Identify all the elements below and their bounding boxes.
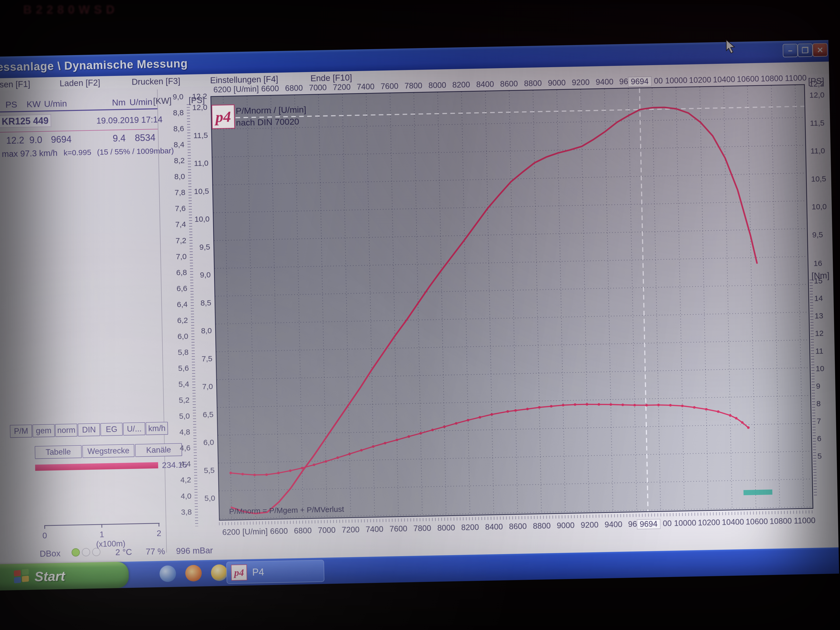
menu-item-laden-f2-[interactable]: Laden [F2] <box>60 78 100 88</box>
tab-norm[interactable]: norm <box>55 423 77 437</box>
torque-curve-marker <box>622 404 624 406</box>
maximize-button[interactable]: ❐ <box>797 44 813 57</box>
grid-line-horizontal <box>213 145 805 157</box>
torque-curve-marker <box>586 403 588 406</box>
ps-right-tick-label: 9,5 <box>812 229 833 240</box>
torque-curve-marker <box>443 425 446 428</box>
tab-tabelle[interactable]: Tabelle <box>35 445 82 459</box>
x-tick-label: 9200 <box>581 520 598 530</box>
grid-line-vertical <box>747 86 756 509</box>
x-tick-label: 10600 <box>737 74 759 84</box>
status-temperature: 2 °C <box>115 547 132 557</box>
grid-line-vertical <box>461 92 470 515</box>
x-tick-label: 7000 <box>318 526 336 535</box>
torque-curve-marker <box>507 410 509 413</box>
grid-line-vertical <box>271 96 279 519</box>
x-tick-label: 7400 <box>365 524 384 534</box>
run-max-speed: max 97.3 km/h <box>2 148 58 159</box>
kw-tick-label: 4,8 <box>157 427 190 438</box>
chart-plot-area[interactable] <box>210 84 813 521</box>
x-tick-label: 10200 <box>698 518 720 527</box>
tab-u-[interactable]: U/... <box>123 422 145 436</box>
ps-left-tick-label: 10,0 <box>169 214 210 225</box>
tab-p-m[interactable]: P/M <box>10 425 32 438</box>
x-tick-label: 8800 <box>533 521 551 531</box>
menu-item-ende-f10-[interactable]: Ende [F10] <box>310 73 352 83</box>
menu-item-einstellungen-f4-[interactable]: Einstellungen [F4] <box>210 74 278 85</box>
torque-curve-marker <box>717 410 720 413</box>
x-tick-label: 6800 <box>294 526 312 535</box>
screen: Messanlage \ Dynamische Messung – ❐ ✕ ss… <box>0 40 839 591</box>
highlight-marker <box>744 489 772 495</box>
run-name: KR125 449 <box>0 115 51 127</box>
torque-curve-marker <box>514 409 517 412</box>
close-button[interactable]: ✕ <box>812 43 827 57</box>
torque-curve-marker <box>336 456 339 459</box>
nm-tick-label: 13 <box>815 311 830 321</box>
x-tick-label: 9200 <box>572 78 590 87</box>
x-tick-label: 7600 <box>389 524 407 534</box>
ps-left-tick-label: 11,5 <box>167 130 208 141</box>
torque-curve-marker <box>242 473 244 475</box>
grid-line-horizontal <box>218 451 812 463</box>
grid-line-vertical <box>390 93 398 516</box>
grid-line-vertical <box>771 86 780 509</box>
x-tick-label: 6600 <box>270 527 288 536</box>
tab-wegstrecke[interactable]: Wegstrecke <box>82 444 134 458</box>
x-tick-label: 10000 <box>665 76 687 85</box>
grid-line-horizontal <box>216 340 809 352</box>
column-header-kw: KW <box>27 99 41 109</box>
ps-left-tick-label: 10,5 <box>169 186 209 197</box>
ps-left-tick-label: 7,5 <box>172 353 213 365</box>
torque-curve-marker <box>538 406 541 409</box>
grid-line-horizontal <box>215 257 808 268</box>
x-tick-label: 6800 <box>285 84 303 93</box>
tab-eg[interactable]: EG <box>100 423 123 436</box>
grid-line-vertical <box>247 96 256 519</box>
tab-gem[interactable]: gem <box>32 424 55 437</box>
p4-app-icon: p4 <box>231 564 247 581</box>
torque-curve-marker <box>479 416 481 418</box>
nm-tick-label: 5 <box>817 451 833 461</box>
torque-curve-marker <box>693 406 696 409</box>
x-tick-label: 7600 <box>381 82 399 91</box>
menu-item-ssen-f1-[interactable]: ssen [F1] <box>0 79 30 90</box>
ps-left-tick-label: 11,0 <box>168 158 209 169</box>
ps-right-tick-label: 11,5 <box>810 118 831 128</box>
quick-launch-icon-3[interactable] <box>211 564 227 581</box>
ps-left-tick-label: 6,5 <box>173 409 213 420</box>
grid-line-horizontal <box>214 229 807 240</box>
kw-tick-label: 5,6 <box>155 363 189 374</box>
x-tick-label: [U/min] <box>242 527 268 537</box>
column-header-nm-rpm: U/min <box>129 97 153 107</box>
grid-line-vertical <box>295 95 303 518</box>
ps-left-tick-label: 9,5 <box>170 242 210 253</box>
x-tick-label: 7200 <box>342 525 360 535</box>
torque-curve-marker <box>431 429 434 431</box>
x-tick-label: 8000 <box>437 523 455 533</box>
quick-launch-icon-1[interactable] <box>159 565 176 582</box>
ps-left-tick-label: 12,0 <box>167 102 207 113</box>
distance-tick-label: 0 <box>43 531 47 540</box>
grid-line-vertical <box>366 94 375 517</box>
ps-right-tick-label: 12,0 <box>809 90 830 101</box>
ps-left-tick-label: 5,5 <box>174 465 215 476</box>
ps-left-tick-label: 5,0 <box>175 493 215 504</box>
minimize-button[interactable]: – <box>783 44 798 57</box>
grid-line-vertical <box>485 92 494 515</box>
kw-tick-label: 6,6 <box>154 283 187 294</box>
nm-tick-label: 12 <box>815 328 831 339</box>
torque-curve-marker <box>360 449 363 452</box>
x-tick-label: 8400 <box>476 79 494 89</box>
chart-canvas <box>211 85 813 520</box>
torque-curve-marker <box>467 419 469 421</box>
torque-curve-marker <box>301 467 303 469</box>
start-button[interactable]: Start <box>0 562 129 591</box>
tab-din[interactable]: DIN <box>78 423 100 436</box>
grid-line-horizontal <box>216 312 809 324</box>
column-header-nm: Nm <box>112 97 126 107</box>
firefox-icon[interactable] <box>185 565 202 582</box>
ps-left-tick-label: 6,0 <box>174 437 214 448</box>
menu-item-drucken-f3-[interactable]: Drucken [F3] <box>131 76 180 87</box>
taskbar-app-button-p4[interactable]: p4 P4 <box>226 560 325 584</box>
